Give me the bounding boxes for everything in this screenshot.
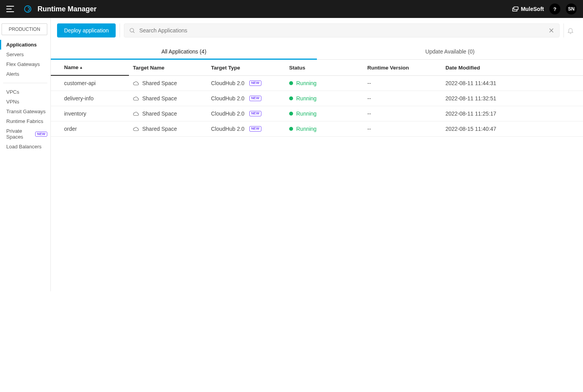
tab-update-available[interactable]: Update Available (0) — [317, 45, 583, 59]
sidebar-item-label: Transit Gateways — [6, 109, 46, 114]
environment-selector[interactable]: PRODUCTION — [2, 23, 47, 35]
status-indicator-icon — [289, 127, 293, 131]
runtime-logo-icon — [23, 5, 32, 13]
target-type-text: CloudHub 2.0 — [211, 126, 245, 132]
cell-target-name: Shared Space — [129, 76, 207, 91]
sidebar-item-transit-gateways[interactable]: Transit Gateways — [0, 107, 50, 116]
target-name-text: Shared Space — [142, 80, 177, 86]
cell-status: Running — [285, 76, 363, 91]
target-name-text: Shared Space — [142, 126, 177, 132]
cell-date-modified: 2022-08-11 11:44:31 — [442, 76, 583, 91]
new-badge: NEW — [249, 111, 261, 116]
svg-point-0 — [25, 6, 31, 12]
new-badge: NEW — [35, 132, 47, 137]
menu-icon[interactable] — [6, 4, 16, 14]
sidebar-item-alerts[interactable]: Alerts — [0, 69, 50, 79]
application-name-link[interactable]: delivery-info — [64, 95, 93, 102]
svg-rect-1 — [514, 7, 518, 10]
search-input[interactable] — [139, 27, 544, 34]
column-header-target-name[interactable]: Target Name — [129, 60, 207, 75]
new-badge: NEW — [249, 80, 261, 86]
cell-target-type: CloudHub 2.0NEW — [207, 76, 285, 91]
status-text: Running — [296, 110, 317, 117]
app-title: Runtime Manager — [38, 5, 97, 13]
cell-target-type: CloudHub 2.0NEW — [207, 106, 285, 121]
sidebar-item-runtime-fabrics[interactable]: Runtime Fabrics — [0, 116, 50, 126]
tab-all-applications[interactable]: All Applications (4) — [51, 45, 317, 59]
sidebar-item-load-balancers[interactable]: Load Balancers — [0, 142, 50, 151]
column-header-target-type[interactable]: Target Type — [207, 60, 285, 75]
cell-target-name: Shared Space — [129, 106, 207, 121]
sidebar-item-servers[interactable]: Servers — [0, 50, 50, 59]
svg-line-3 — [133, 32, 134, 33]
cell-target-name: Shared Space — [129, 121, 207, 136]
table-row[interactable]: delivery-infoShared SpaceCloudHub 2.0NEW… — [51, 91, 583, 106]
status-text: Running — [296, 95, 317, 102]
search-icon — [129, 27, 135, 34]
topbar: Runtime Manager MuleSoft ? SN — [0, 0, 583, 18]
column-header-date-modified[interactable]: Date Modified — [442, 60, 583, 75]
sidebar-item-private-spaces[interactable]: Private SpacesNEW — [0, 126, 50, 142]
cell-target-name: Shared Space — [129, 91, 207, 106]
sidebar-item-label: Load Balancers — [6, 144, 41, 150]
target-type-text: CloudHub 2.0 — [211, 110, 245, 117]
sidebar-item-applications[interactable]: Applications — [0, 40, 50, 50]
cell-runtime-version: -- — [363, 76, 442, 91]
cell-target-type: CloudHub 2.0NEW — [207, 121, 285, 136]
cell-target-type: CloudHub 2.0NEW — [207, 91, 285, 106]
cloud-icon — [133, 96, 139, 101]
sidebar-item-vpcs[interactable]: VPCs — [0, 87, 50, 97]
user-avatar[interactable]: SN — [566, 4, 577, 14]
help-icon: ? — [553, 6, 556, 12]
cloud-icon — [133, 81, 139, 86]
sidebar-item-vpns[interactable]: VPNs — [0, 97, 50, 107]
sidebar-item-label: VPNs — [6, 99, 19, 105]
cell-app-name: customer-api — [51, 76, 129, 91]
table-header: Name ▴ Target Name Target Type Status Ru… — [51, 60, 583, 76]
table-row[interactable]: orderShared SpaceCloudHub 2.0NEWRunning-… — [51, 121, 583, 137]
target-type-text: CloudHub 2.0 — [211, 80, 245, 86]
new-badge: NEW — [249, 126, 261, 132]
help-button[interactable]: ? — [549, 4, 560, 14]
application-name-link[interactable]: order — [64, 126, 77, 132]
cell-runtime-version: -- — [363, 121, 442, 136]
status-indicator-icon — [289, 81, 293, 85]
cloud-icon — [133, 111, 139, 116]
status-text: Running — [296, 80, 317, 86]
cell-app-name: inventory — [51, 106, 129, 121]
main-content: Deploy application All Applications (4) … — [51, 18, 583, 392]
sort-ascending-icon: ▴ — [80, 65, 82, 69]
sidebar-divider — [3, 83, 47, 83]
status-indicator-icon — [289, 96, 293, 100]
table-row[interactable]: customer-apiShared SpaceCloudHub 2.0NEWR… — [51, 76, 583, 91]
notifications-button[interactable] — [563, 23, 577, 37]
column-header-status[interactable]: Status — [285, 60, 363, 75]
cell-app-name: delivery-info — [51, 91, 129, 106]
sidebar: PRODUCTION ApplicationsServersFlex Gatew… — [0, 18, 51, 291]
cell-status: Running — [285, 91, 363, 106]
application-name-link[interactable]: inventory — [64, 110, 86, 117]
svg-point-2 — [130, 29, 134, 32]
clear-search-icon[interactable] — [548, 27, 554, 34]
table-row[interactable]: inventoryShared SpaceCloudHub 2.0NEWRunn… — [51, 106, 583, 121]
sidebar-item-flex-gateways[interactable]: Flex Gateways — [0, 59, 50, 69]
application-name-link[interactable]: customer-api — [64, 80, 96, 86]
status-text: Running — [296, 126, 317, 132]
cell-date-modified: 2022-08-11 11:25:17 — [442, 106, 583, 121]
target-name-text: Shared Space — [142, 95, 177, 102]
cell-runtime-version: -- — [363, 106, 442, 121]
cell-date-modified: 2022-08-11 11:32:51 — [442, 91, 583, 106]
mulesoft-icon — [512, 6, 519, 12]
search-box — [124, 23, 560, 37]
bell-icon — [567, 27, 574, 34]
new-badge: NEW — [249, 96, 261, 101]
tabs: All Applications (4) Update Available (0… — [51, 45, 583, 60]
status-indicator-icon — [289, 112, 293, 116]
column-header-runtime-version[interactable]: Runtime Version — [363, 60, 442, 75]
target-name-text: Shared Space — [142, 110, 177, 117]
brand-switcher[interactable]: MuleSoft — [512, 6, 544, 12]
column-header-name[interactable]: Name ▴ — [51, 60, 129, 76]
brand-label: MuleSoft — [521, 6, 544, 12]
applications-table: Name ▴ Target Name Target Type Status Ru… — [51, 60, 583, 137]
deploy-application-button[interactable]: Deploy application — [57, 23, 116, 37]
